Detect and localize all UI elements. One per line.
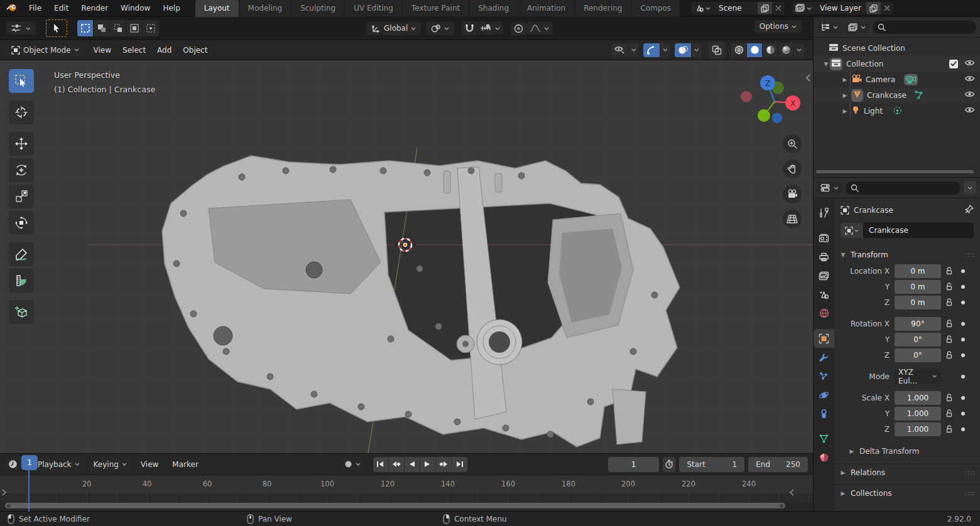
tab-rendering[interactable]: Rendering [575, 0, 631, 17]
mode-dropdown[interactable]: Object Mode [6, 44, 84, 56]
animate-rotation-z-dot[interactable] [961, 353, 965, 357]
play-icon[interactable] [420, 457, 436, 472]
tab-tool-icon[interactable] [814, 203, 834, 222]
play-reverse-icon[interactable] [405, 457, 420, 472]
viewport-3d[interactable]: User Perspective (1) Collection | Crankc… [0, 60, 813, 453]
location-z-field[interactable]: 0 m [895, 296, 941, 309]
playhead-line[interactable] [28, 470, 30, 512]
collection-checkbox[interactable] [949, 60, 958, 68]
outliner-row-collection[interactable]: ▼ Collection [814, 56, 980, 72]
menu-object[interactable]: Object [177, 46, 213, 55]
snap-toggle-icon[interactable] [462, 21, 477, 35]
camera-data-icon[interactable] [904, 74, 918, 85]
tab-animation[interactable]: Animation [518, 0, 575, 17]
blender-logo-icon[interactable] [6, 3, 18, 14]
gizmo-axis-y-neg[interactable] [758, 109, 770, 122]
add-cube-tool-icon[interactable] [9, 300, 34, 324]
gizmo-icon[interactable] [643, 43, 660, 57]
menu-select[interactable]: Select [117, 46, 151, 55]
move-tool-icon[interactable] [9, 132, 34, 156]
location-y-field[interactable]: 0 m [895, 280, 941, 294]
lock-location-x-icon[interactable] [941, 267, 957, 275]
tab-scene-icon[interactable] [814, 285, 834, 304]
outliner-search-input[interactable] [873, 21, 976, 34]
animate-scale-x-dot[interactable] [961, 396, 965, 400]
shading-solid-icon[interactable] [747, 43, 763, 57]
ortho-grid-icon[interactable] [783, 210, 802, 228]
crankcase-eye-icon[interactable] [964, 90, 975, 100]
camera-eye-icon[interactable] [964, 75, 975, 84]
select-mode-set-icon[interactable] [77, 20, 94, 36]
light-eye-icon[interactable] [964, 106, 975, 115]
collection-eye-icon[interactable] [964, 59, 975, 68]
use-preview-range-icon[interactable] [663, 457, 675, 472]
tab-modifiers-icon[interactable] [814, 348, 834, 367]
outliner-row-light[interactable]: ▶ Light [814, 103, 980, 119]
tab-object-data-icon[interactable] [814, 429, 834, 448]
rotate-tool-icon[interactable] [9, 158, 34, 182]
animate-rotation-x-dot[interactable] [961, 322, 965, 326]
overlays-icon[interactable] [675, 43, 691, 57]
select-mode-extend-icon[interactable] [94, 20, 110, 36]
jump-to-start-icon[interactable] [373, 457, 389, 472]
select-mode-subtract-icon[interactable] [110, 20, 126, 36]
transform-orientation-dropdown[interactable]: Global [366, 22, 421, 35]
shading-rendered-icon[interactable] [778, 43, 794, 57]
pivot-point-dropdown[interactable] [426, 22, 454, 35]
scene-name[interactable]: Scene [714, 4, 758, 13]
rotation-y-field[interactable]: 0° [895, 333, 941, 346]
visibility-dropdown-icon[interactable] [628, 43, 638, 57]
timeline-view-menu[interactable]: View [136, 460, 163, 469]
light-expander-icon[interactable]: ▶ [841, 108, 849, 114]
tab-compositing[interactable]: Compos [631, 0, 680, 17]
scale-x-field[interactable]: 1.000 [895, 391, 941, 405]
timeline-track[interactable] [0, 493, 813, 502]
frame-end-field[interactable]: End 250 [748, 457, 808, 472]
menu-view[interactable]: View [88, 46, 117, 55]
shading-dropdown-icon[interactable] [794, 43, 804, 57]
animate-rotation-y-dot[interactable] [961, 338, 965, 341]
collection-expander-icon[interactable]: ▼ [822, 61, 830, 67]
menu-render[interactable]: Render [75, 0, 114, 16]
tab-object-icon[interactable] [814, 329, 834, 348]
animate-location-z-dot[interactable] [961, 301, 965, 304]
collections-grip-icon[interactable]: :::: [965, 490, 975, 496]
current-frame-field[interactable]: 1 [608, 457, 660, 472]
proportional-falloff-dropdown[interactable] [526, 22, 552, 35]
outliner-display-mode-icon[interactable] [845, 22, 869, 33]
playhead[interactable]: 1 [21, 455, 38, 470]
scale-y-field[interactable]: 1.000 [895, 407, 941, 421]
prev-keyframe-icon[interactable] [389, 457, 405, 472]
navigation-gizmo[interactable]: Z X [740, 70, 805, 131]
scale-z-field[interactable]: 1.000 [895, 422, 941, 436]
unlink-scene-icon[interactable] [772, 2, 785, 14]
lock-location-z-icon[interactable] [941, 298, 957, 306]
shading-wireframe-icon[interactable] [731, 43, 747, 57]
rotation-x-field[interactable]: 90° [895, 317, 941, 331]
tweak-tool-icon[interactable] [9, 69, 34, 93]
tab-constraints-icon[interactable] [814, 404, 834, 423]
scale-tool-icon[interactable] [9, 185, 34, 208]
animate-location-y-dot[interactable] [961, 285, 965, 289]
panel-grip-icon[interactable]: :::: [965, 252, 975, 258]
animate-scale-z-dot[interactable] [961, 427, 965, 431]
gizmo-dropdown-icon[interactable] [660, 43, 670, 57]
proportional-editing-icon[interactable] [511, 22, 526, 35]
outliner-row-crankcase[interactable]: ▶ Crankcase [814, 87, 980, 103]
location-x-field[interactable]: 0 m [895, 264, 941, 278]
timeline-marker-menu[interactable]: Marker [167, 460, 203, 469]
delta-transform-panel[interactable]: ▶ Delta Transform [834, 443, 980, 459]
tab-particles-icon[interactable] [814, 367, 834, 385]
tab-shading[interactable]: Shading [469, 0, 518, 17]
menu-add[interactable]: Add [151, 46, 177, 55]
sidebar-collapse-icon[interactable] [805, 74, 810, 83]
timeline-scrollbar[interactable] [5, 503, 785, 508]
jump-to-end-icon[interactable] [452, 457, 467, 472]
animate-scale-y-dot[interactable] [961, 412, 965, 416]
frame-start-field[interactable]: Start 1 [679, 457, 744, 472]
next-keyframe-icon[interactable] [436, 457, 452, 472]
breadcrumb-object-name[interactable]: Crankcase [854, 206, 893, 215]
outliner-row-camera[interactable]: ▶ Camera [814, 72, 980, 87]
animate-location-x-dot[interactable] [961, 269, 965, 273]
view-layer-name[interactable]: View Layer [815, 4, 866, 13]
